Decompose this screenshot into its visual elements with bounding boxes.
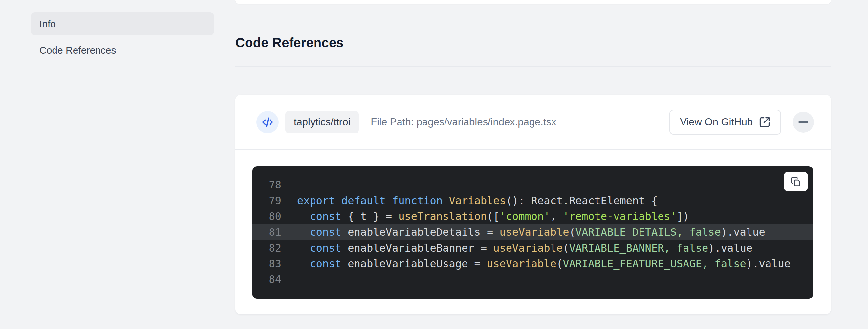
code-line: 84 [252,272,813,287]
code-text: const { t } = useTranslation(['common', … [297,209,689,224]
external-link-icon [759,116,771,128]
code-text: const enableVariableUsage = useVariable(… [297,256,790,272]
copy-icon [790,176,801,187]
line-number: 81 [263,224,281,240]
file-path-label: File Path: pages/variables/index.page.ts… [371,116,670,128]
repo-name-chip: taplytics/ttroi [285,111,359,133]
code-section: 7879export default function Variables():… [236,150,831,315]
code-line: 82 const enableVariableBanner = useVaria… [252,240,813,256]
sidebar-item-label: Info [39,19,56,30]
code-line: 79export default function Variables(): R… [252,193,813,209]
line-number: 79 [263,193,281,209]
code-reference-card-header: taplytics/ttroi File Path: pages/variabl… [236,95,831,149]
view-on-github-label: View On GitHub [680,116,753,128]
collapse-button[interactable] [793,112,814,133]
sidebar-item-label: Code References [39,44,116,56]
code-text: const enableVariableDetails = useVariabl… [297,224,765,240]
previous-card-bottom-edge [236,0,831,4]
line-number: 78 [263,177,281,193]
code-line: 78 [252,177,813,193]
title-divider [236,66,831,67]
line-number: 84 [263,272,281,287]
copy-code-button[interactable] [784,172,808,191]
code-badge [256,111,279,133]
code-line: 83 const enableVariableUsage = useVariab… [252,256,813,272]
code-chevrons-icon [261,116,274,129]
code-text: const enableVariableBanner = useVariable… [297,240,752,256]
section-sidebar: Info Code References [31,12,214,65]
line-number: 82 [263,240,281,256]
code-line: 80 const { t } = useTranslation(['common… [252,209,813,224]
view-on-github-button[interactable]: View On GitHub [670,110,781,134]
code-line: 81 const enableVariableDetails = useVari… [252,224,813,240]
minus-icon [798,121,808,123]
line-number: 83 [263,256,281,272]
sidebar-item-code-references[interactable]: Code References [31,39,214,62]
code-lines: 7879export default function Variables():… [252,177,813,287]
page-title: Code References [236,35,344,50]
code-text: export default function Variables(): Rea… [297,193,657,209]
line-number: 80 [263,209,281,224]
code-block: 7879export default function Variables():… [252,167,813,299]
code-reference-card: taplytics/ttroi File Path: pages/variabl… [236,95,831,314]
sidebar-item-info[interactable]: Info [31,12,214,35]
code-scroll-area[interactable]: 7879export default function Variables():… [252,167,813,299]
